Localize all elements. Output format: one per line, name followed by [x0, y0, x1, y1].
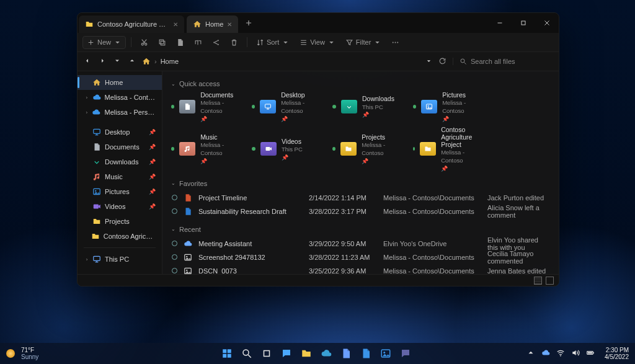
sidebar-item-desktop[interactable]: Desktop📌 — [78, 125, 162, 140]
file-name: DSCN_0073 — [198, 267, 303, 274]
sidebar-item-thispc[interactable]: ›This PC — [78, 252, 162, 267]
sidebar-item-downloads[interactable]: Downloads📌 — [78, 154, 162, 169]
sync-status-icon — [332, 147, 335, 151]
recent-locations[interactable] — [113, 57, 121, 66]
tab-home[interactable]: Home ✕ — [187, 16, 238, 33]
file-location: Melissa - Contoso\Documents — [383, 267, 481, 274]
large-icons-button[interactable] — [546, 277, 554, 285]
tray-wifi[interactable] — [556, 348, 565, 359]
up-button[interactable] — [128, 57, 136, 66]
sidebar-item-label: Desktop — [105, 128, 130, 136]
thispc-icon — [92, 255, 101, 264]
taskbar-photos[interactable] — [377, 345, 394, 362]
new-button[interactable]: New — [82, 36, 126, 49]
view-menu[interactable]: View — [296, 37, 339, 48]
taskbar-file-explorer[interactable] — [298, 345, 315, 362]
sidebar-item-music[interactable]: Music📌 — [78, 169, 162, 184]
quick-access-tile[interactable]: ProjectsMelissa - Contoso📌 — [332, 126, 402, 172]
pin-icon: 📌 — [149, 129, 156, 135]
quick-access-tile[interactable]: DesktopMelissa - Contoso📌 — [252, 91, 321, 122]
file-date: 3/29/2022 9:50 AM — [309, 240, 377, 247]
taskbar-edge[interactable] — [318, 345, 335, 362]
file-location: Melissa - Contoso\Documents — [383, 194, 481, 202]
section-quick-access[interactable]: ⌄Quick access — [171, 80, 550, 87]
tray-onedrive[interactable] — [541, 348, 550, 359]
sidebar-item-pictures[interactable]: Pictures📌 — [78, 184, 162, 199]
taskbar-search[interactable] — [238, 345, 255, 362]
copy-button[interactable] — [154, 37, 170, 48]
sort-menu[interactable]: Sort — [252, 37, 293, 48]
list-item[interactable]: Project Timeline2/14/2022 1:14 PMMelissa… — [171, 191, 550, 205]
refresh-button[interactable] — [438, 57, 446, 66]
details-view-button[interactable] — [534, 277, 542, 285]
sync-status-icon — [171, 268, 177, 273]
filter-menu[interactable]: Filter — [342, 37, 385, 48]
file-location: Melissa - Contoso\Documents — [383, 254, 481, 261]
new-tab-button[interactable] — [239, 13, 258, 33]
paste-button[interactable] — [172, 37, 188, 48]
list-item[interactable]: Sustainability Research Draft3/28/2022 3… — [171, 205, 550, 218]
forward-button[interactable] — [99, 57, 106, 66]
taskbar-clock[interactable]: 2:30 PM 4/5/2022 — [605, 347, 629, 361]
sidebar-item-onedrive-contoso[interactable]: › Melissa - Contoso — [78, 90, 162, 105]
quick-access-tile[interactable]: PicturesMelissa - Contoso📌 — [413, 91, 482, 122]
sync-status-icon — [171, 241, 177, 246]
sidebar-item-label: Music — [105, 173, 123, 180]
quick-access-tile[interactable]: Contoso Agriculture ProjectMelissa - Con… — [413, 126, 482, 172]
taskbar-weather[interactable]: 71°F Sunny — [0, 347, 112, 360]
tray-chevron[interactable] — [526, 348, 535, 359]
quick-access-tile[interactable]: VideosThis PC📌 — [252, 126, 321, 172]
sync-status-icon — [171, 195, 177, 200]
tray-volume[interactable] — [571, 348, 580, 359]
tray-battery[interactable] — [586, 348, 595, 359]
rename-button[interactable] — [190, 37, 206, 48]
sidebar-item-contoso-agriculture[interactable]: Contoso Agriculture Project — [78, 229, 162, 244]
section-recent[interactable]: ⌄Recent — [171, 226, 550, 233]
close-icon[interactable]: ✕ — [227, 21, 232, 28]
file-name: Sustainability Research Draft — [198, 208, 303, 215]
sidebar-item-label: Melissa - Contoso — [105, 94, 156, 101]
search-input[interactable]: Search all files — [453, 58, 553, 65]
pin-icon: 📌 — [200, 116, 207, 122]
more-button[interactable] — [388, 37, 403, 48]
widgets-button[interactable] — [278, 345, 295, 362]
taskbar-teams[interactable] — [397, 345, 414, 362]
list-item[interactable]: Screenshot 294781323/28/2022 11:23 AMMel… — [171, 251, 550, 264]
list-item[interactable]: DSCN_00733/25/2022 9:36 AMMelissa - Cont… — [171, 264, 550, 274]
delete-button[interactable] — [226, 37, 242, 48]
sidebar-item-projects[interactable]: Projects — [78, 214, 162, 229]
file-name: Meeting Assistant — [198, 240, 303, 247]
file-explorer-window: Contoso Agriculture Project ✕ Home ✕ New… — [77, 12, 559, 286]
tile-title: Videos — [282, 138, 301, 145]
sidebar-item-label: Contoso Agriculture Project — [104, 233, 156, 240]
sidebar-item-documents[interactable]: Documents📌 — [78, 140, 162, 154]
quick-access-tile[interactable]: DocumentsMelissa - Contoso📌 — [171, 91, 241, 122]
maximize-button[interactable] — [512, 13, 535, 33]
home-icon — [92, 78, 101, 87]
breadcrumb[interactable]: › Home — [142, 57, 419, 66]
address-dropdown[interactable] — [425, 58, 432, 66]
section-favorites[interactable]: ⌄Favorites — [171, 180, 550, 187]
quick-access-tile[interactable]: MusicMelissa - Contoso📌 — [171, 126, 241, 172]
list-item[interactable]: Meeting Assistant3/29/2022 9:50 AMElvin … — [171, 237, 550, 251]
sidebar-item-onedrive-personal[interactable]: › Melissa - Personal — [78, 105, 162, 120]
back-button[interactable] — [84, 57, 91, 66]
sidebar-item-videos[interactable]: Videos📌 — [78, 199, 162, 214]
quick-access-tile[interactable]: DownloadsThis PC📌 — [332, 91, 402, 122]
close-button[interactable] — [535, 13, 559, 33]
tab-contoso-project[interactable]: Contoso Agriculture Project ✕ — [79, 16, 184, 33]
weather-desc: Sunny — [21, 353, 38, 360]
start-button[interactable] — [218, 345, 236, 362]
pin-icon: 📌 — [149, 174, 156, 180]
file-date: 3/28/2022 11:23 AM — [309, 254, 377, 261]
sidebar-item-home[interactable]: Home — [78, 75, 162, 90]
folder-icon — [179, 100, 195, 113]
share-button[interactable] — [208, 37, 224, 48]
minimize-button[interactable] — [488, 13, 512, 33]
task-view-button[interactable] — [258, 345, 275, 362]
taskbar-store[interactable] — [337, 345, 355, 362]
sidebar: Home › Melissa - Contoso › Melissa - Per… — [78, 71, 162, 274]
close-icon[interactable]: ✕ — [173, 21, 178, 28]
cut-button[interactable] — [136, 37, 152, 48]
taskbar-mail[interactable] — [357, 345, 375, 362]
